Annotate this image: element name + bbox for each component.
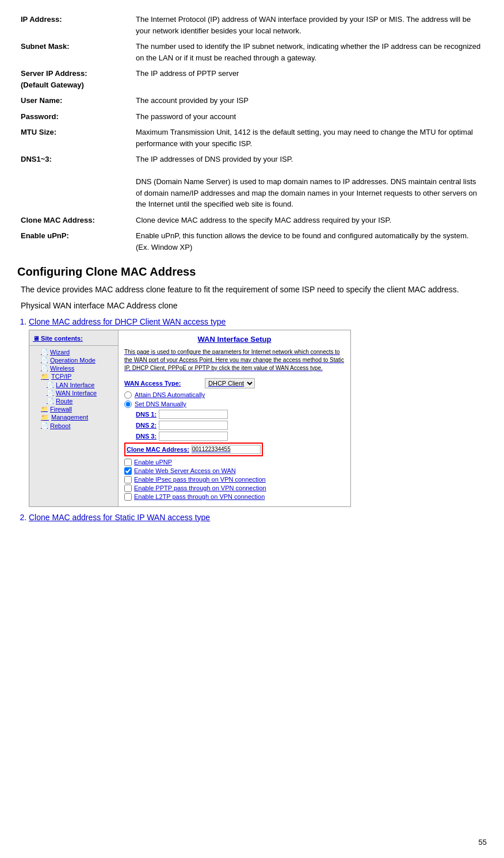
wan-panel: 🖥 Site contents: 📄 Wizard 📄 Operation Mo… [29,330,351,507]
wan-access-type-row: WAN Access Type: DHCP Client Static IP P… [124,378,345,388]
sidebar-item-reboot[interactable]: 📄 Reboot [29,422,118,430]
def-desc-clone-mac: Clone device MAC address to the specify … [132,212,487,228]
operation-mode-icon: 📄 [41,357,48,363]
sidebar-item-route[interactable]: 📄 Route [29,397,118,405]
def-term-username: User Name: [17,93,132,109]
intro-text-2: Physical WAN interface MAC Address clone [17,299,487,312]
checkbox-l2tp: Enable L2TP pass through on VPN connecti… [124,493,345,501]
dns1-input[interactable] [159,410,228,419]
clone-mac-input[interactable] [192,445,261,454]
radio-attain-dns-input[interactable] [124,391,132,399]
checkbox-ipsec: Enable IPsec pass through on VPN connect… [124,476,345,483]
def-desc-ip: The Internet Protocol (IP) address of WA… [132,12,487,39]
wan-sidebar: 🖥 Site contents: 📄 Wizard 📄 Operation Mo… [29,330,119,506]
numbered-list: Clone MAC address for DHCP Client WAN ac… [29,317,487,522]
checkbox-l2tp-label: Enable L2TP pass through on VPN connecti… [134,493,265,500]
def-row-subnet: Subnet Mask: The number used to identify… [17,39,487,66]
sidebar-title: 🖥 Site contents: [29,334,118,346]
wan-access-type-select[interactable]: DHCP Client Static IP PPPoE PPTP [205,378,255,388]
def-row-username: User Name: The account provided by your … [17,93,487,109]
radio-attain-dns: Attain DNS Automatically [124,391,345,399]
def-row-password: Password: The password of your account [17,109,487,125]
tcpip-folder-icon: 📁 [41,373,49,380]
radio-attain-dns-label: Attain DNS Automatically [135,391,205,398]
clone-mac-row: Clone MAC Address: [124,443,263,456]
dns3-input[interactable] [159,432,228,441]
def-term-upnp: Enable uPnP: [17,228,132,255]
checkbox-upnp-input[interactable] [124,459,132,466]
sidebar-item-tcpip-label: TCP/IP [51,373,71,380]
def-desc-server-ip: The IP address of PPTP server [132,66,487,93]
sidebar-item-wan-label: WAN Interface [56,390,97,396]
sidebar-item-wan[interactable]: 📄 WAN Interface [29,389,118,397]
checkbox-pptp-label: Enable PPTP pass through on VPN connecti… [134,485,266,491]
sidebar-item-firewall[interactable]: 📁 Firewall [29,405,118,413]
def-row-upnp: Enable uPnP: Enable uPnP, this function … [17,228,487,255]
def-term-ip: IP Address: [17,12,132,39]
dns2-input[interactable] [159,421,228,430]
sidebar-item-wizard[interactable]: 📄 Wizard [29,348,118,356]
sidebar-item-reboot-label: Reboot [50,422,70,429]
wan-access-type-label: WAN Access Type: [124,380,205,387]
sidebar-item-operation-mode[interactable]: 📄 Operation Mode [29,356,118,364]
definition-table: IP Address: The Internet Protocol (IP) a… [17,12,487,255]
sidebar-item-lan-label: LAN Interface [56,382,94,388]
radio-set-dns: Set DNS Manually [124,401,345,408]
sidebar-item-firewall-label: Firewall [50,406,72,413]
def-term-clone-mac: Clone MAC Address: [17,212,132,228]
radio-set-dns-label: Set DNS Manually [135,401,186,407]
def-desc-upnp: Enable uPnP, this function allows the de… [132,228,487,255]
dns1-label: DNS 1: [124,411,159,418]
page-number: 55 [479,838,487,846]
route-icon: 📄 [47,398,54,404]
section-heading: Configuring Clone MAC Address [17,265,487,279]
def-desc-mtu: Maximum Transmission Unit, 1412 is the d… [132,124,487,151]
checkbox-ipsec-label: Enable IPsec pass through on VPN connect… [134,476,266,483]
firewall-icon: 📁 [41,406,48,412]
def-desc-subnet: The number used to identify the IP subne… [132,39,487,66]
list-item-1-link[interactable]: Clone MAC address for DHCP Client WAN ac… [29,317,226,326]
sidebar-item-wireless[interactable]: 📄 Wireless [29,364,118,372]
def-row-dns: DNS1~3: The IP addresses of DNS provided… [17,151,487,212]
management-icon: 📁 [41,414,49,421]
sidebar-item-route-label: Route [56,398,72,405]
dns2-row: DNS 2: [124,421,345,430]
checkbox-pptp-input[interactable] [124,485,132,492]
def-row-ip: IP Address: The Internet Protocol (IP) a… [17,12,487,39]
def-term-password: Password: [17,109,132,125]
checkbox-upnp: Enable uPNP [124,459,345,466]
dns3-label: DNS 3: [124,433,159,440]
radio-set-dns-input[interactable] [124,401,132,408]
intro-text-1: The device provides MAC address clone fe… [17,283,487,296]
list-item-2-link[interactable]: Clone MAC address for Static IP WAN acce… [29,513,210,522]
checkbox-webserver: Enable Web Server Access on WAN [124,467,345,475]
lan-icon: 📄 [47,382,54,388]
def-desc-username: The account provided by your ISP [132,93,487,109]
checkbox-upnp-label: Enable uPNP [134,459,172,466]
dns1-row: DNS 1: [124,410,345,419]
list-item-2: Clone MAC address for Static IP WAN acce… [29,513,487,522]
def-row-clone-mac: Clone MAC Address: Clone device MAC addr… [17,212,487,228]
def-row-server-ip: Server IP Address: (Default Gateway) The… [17,66,487,93]
sidebar-item-tcpip[interactable]: 📁 TCP/IP [29,372,118,381]
checkbox-webserver-input[interactable] [124,467,132,475]
list-item-1: Clone MAC address for DHCP Client WAN ac… [29,317,487,507]
sidebar-item-wireless-label: Wireless [50,365,74,372]
dns2-label: DNS 2: [124,422,159,429]
wan-panel-layout: 🖥 Site contents: 📄 Wizard 📄 Operation Mo… [29,330,350,506]
checkbox-l2tp-input[interactable] [124,493,132,501]
wan-panel-title: WAN Interface Setup [124,335,345,344]
sidebar-item-operation-mode-label: Operation Mode [50,357,96,364]
def-term-dns: DNS1~3: [17,151,132,212]
sidebar-item-management[interactable]: 📁 Management [29,413,118,422]
sidebar-item-wizard-label: Wizard [50,349,70,356]
def-row-mtu: MTU Size: Maximum Transmission Unit, 141… [17,124,487,151]
sidebar-icon: 🖥 [33,335,39,342]
clone-mac-label: Clone MAC Address: [127,446,189,453]
wan-description: This page is used to configure the param… [124,348,345,372]
checkbox-ipsec-input[interactable] [124,476,132,483]
sidebar-item-lan[interactable]: 📄 LAN Interface [29,381,118,389]
def-term-server-ip: Server IP Address: (Default Gateway) [17,66,132,93]
def-desc-dns: The IP addresses of DNS provided by your… [132,151,487,212]
checkbox-pptp: Enable PPTP pass through on VPN connecti… [124,485,345,492]
